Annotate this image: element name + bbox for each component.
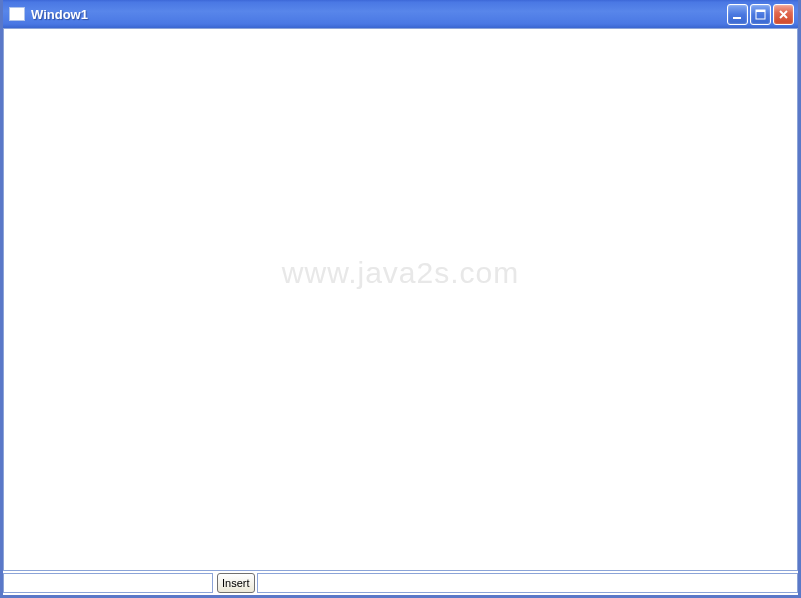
content-panel: www.java2s.com [3,28,798,571]
watermark-text: www.java2s.com [282,256,519,290]
bottom-bar: Insert [3,573,798,595]
insert-button[interactable]: Insert [217,573,255,593]
svg-rect-2 [756,10,765,12]
bottom-fill-panel [257,573,798,593]
client-area: www.java2s.com Insert [3,28,798,595]
svg-rect-0 [733,17,741,19]
text-input[interactable] [3,573,213,593]
maximize-button[interactable] [750,4,771,25]
window-title: Window1 [31,7,727,22]
titlebar[interactable]: Window1 [3,0,798,28]
close-icon [778,9,789,20]
window-frame: Window1 www.java2s.co [0,0,801,598]
close-button[interactable] [773,4,794,25]
window-icon [9,7,25,21]
maximize-icon [755,9,766,20]
titlebar-buttons [727,4,794,25]
minimize-icon [732,9,743,20]
minimize-button[interactable] [727,4,748,25]
